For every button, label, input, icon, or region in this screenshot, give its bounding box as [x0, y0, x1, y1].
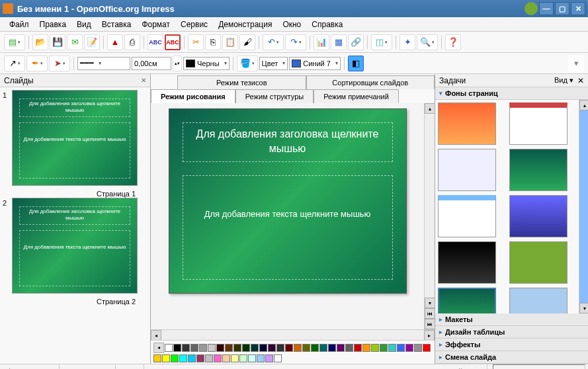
color-swatch[interactable]	[222, 354, 230, 362]
color-swatch[interactable]	[257, 354, 265, 362]
color-swatch[interactable]	[328, 344, 336, 352]
scroll-right-button[interactable]: ▸	[424, 330, 435, 341]
section-layouts[interactable]: Макеты	[435, 313, 588, 326]
scroll-up-button[interactable]: ▴	[425, 103, 435, 114]
color-swatch[interactable]	[423, 344, 431, 352]
slide-thumbnail[interactable]: 2 Для добавления заголовка щелкните мышь…	[3, 198, 147, 294]
menu-file[interactable]: Файл	[4, 19, 34, 30]
color-swatch[interactable]	[216, 344, 224, 352]
slides-panel-close[interactable]: ✕	[141, 77, 146, 84]
color-swatch[interactable]	[214, 354, 222, 362]
new-button[interactable]: ▤	[4, 34, 25, 50]
section-transitions[interactable]: Смена слайда	[435, 351, 588, 364]
color-swatch[interactable]	[285, 344, 293, 352]
template-thumbnail[interactable]	[438, 288, 496, 313]
line-width-spinner[interactable]: ▴▾	[173, 56, 182, 71]
tab-outline[interactable]: Режим структуры	[235, 89, 314, 103]
email-button[interactable]: ✉	[67, 34, 83, 50]
template-thumbnail[interactable]	[509, 241, 567, 284]
tab-sorter[interactable]: Сортировщик слайдов	[306, 75, 435, 89]
close-button[interactable]: ✕	[571, 2, 585, 15]
color-swatch[interactable]	[231, 354, 239, 362]
section-effects[interactable]: Эффекты	[435, 339, 588, 351]
slide-thumbnail[interactable]: 1 Для добавления заголовка щелкните мышь…	[3, 90, 147, 186]
line-width-input[interactable]	[132, 57, 171, 70]
color-swatch[interactable]	[294, 344, 302, 352]
table-button[interactable]: ▦	[331, 34, 347, 50]
line-color-combo[interactable]: Черны	[183, 57, 230, 70]
toolbar-overflow[interactable]: ▾	[568, 56, 584, 71]
color-swatch[interactable]	[345, 344, 353, 352]
color-swatch[interactable]	[162, 354, 170, 362]
color-swatch[interactable]	[380, 344, 388, 352]
format-paintbrush-button[interactable]: 🖌	[239, 34, 255, 50]
color-swatch[interactable]	[188, 354, 196, 362]
undo-button[interactable]: ↶	[263, 34, 284, 50]
color-swatch[interactable]	[274, 354, 282, 362]
color-swatch[interactable]	[276, 344, 284, 352]
menu-view[interactable]: Вид	[71, 19, 97, 30]
color-swatch[interactable]	[405, 344, 413, 352]
color-swatch[interactable]	[196, 354, 204, 362]
navigator-button[interactable]: ✦	[399, 34, 415, 50]
menu-window[interactable]: Окно	[277, 19, 306, 30]
grid-button[interactable]: ◫	[371, 34, 392, 50]
color-swatch[interactable]	[182, 344, 190, 352]
menu-insert[interactable]: Вставка	[97, 19, 137, 30]
tasks-view-menu[interactable]: Вид ▾	[554, 76, 573, 85]
line-style-combo[interactable]: ━━━	[77, 57, 130, 70]
color-swatch[interactable]	[248, 354, 256, 362]
template-thumbnail[interactable]	[509, 102, 567, 145]
fill-bucket[interactable]: 🪣	[237, 56, 258, 71]
vertical-scrollbar[interactable]: ▴ ▾ ⏮ ⏭	[424, 103, 435, 329]
open-button[interactable]: 📂	[32, 34, 48, 50]
autospell-button[interactable]: ABC	[165, 34, 181, 50]
color-swatch[interactable]	[165, 344, 173, 352]
color-swatch[interactable]	[268, 344, 276, 352]
template-thumbnail[interactable]	[438, 241, 496, 284]
color-swatch[interactable]	[259, 344, 267, 352]
template-thumbnail[interactable]	[438, 102, 496, 145]
cut-button[interactable]: ✂	[188, 34, 204, 50]
arrow-tool[interactable]: ↗	[4, 56, 25, 71]
color-swatch[interactable]	[311, 344, 319, 352]
maximize-button[interactable]: ▢	[555, 2, 569, 15]
tab-drawing[interactable]: Режим рисования	[151, 89, 235, 103]
menu-service[interactable]: Сервис	[175, 19, 213, 30]
pointer-tool[interactable]: ➤	[49, 56, 70, 71]
color-swatch[interactable]	[414, 344, 422, 352]
hyperlink-button[interactable]: 🔗	[348, 34, 364, 50]
color-swatch[interactable]	[337, 344, 345, 352]
redo-button[interactable]: ↷	[285, 34, 306, 50]
color-swatch[interactable]	[397, 344, 405, 352]
template-thumbnail[interactable]	[509, 195, 567, 237]
tasks-panel-close[interactable]: ✕	[577, 76, 584, 85]
color-swatch[interactable]	[153, 354, 161, 362]
next-slide-button[interactable]: ⏭	[425, 319, 435, 329]
section-backgrounds[interactable]: Фоны страниц	[435, 87, 588, 100]
color-swatch[interactable]	[239, 354, 247, 362]
scroll-down-button[interactable]: ▾	[425, 298, 435, 308]
paste-button[interactable]: 📋	[222, 34, 238, 50]
color-swatch[interactable]	[354, 344, 362, 352]
color-swatch[interactable]	[302, 344, 310, 352]
pdf-button[interactable]: ▲	[107, 34, 123, 50]
color-swatch[interactable]	[233, 344, 241, 352]
menu-format[interactable]: Формат	[136, 19, 175, 30]
template-thumbnail[interactable]	[438, 195, 496, 237]
horizontal-scrollbar[interactable]: ◂ ▸	[151, 329, 435, 340]
slide-body-placeholder[interactable]: Для добавления текста щелкните мышью	[183, 175, 393, 280]
shadow-button[interactable]: ◧	[348, 56, 364, 71]
color-swatch[interactable]	[205, 354, 213, 362]
edit-file-button[interactable]: 📝	[84, 34, 100, 50]
color-swatch[interactable]	[225, 344, 233, 352]
slide-title-placeholder[interactable]: Для добавления заголовка щелкните мышью	[183, 122, 393, 162]
slide-canvas[interactable]: Для добавления заголовка щелкните мышью …	[169, 108, 407, 294]
save-button[interactable]: 💾	[50, 34, 65, 50]
template-thumbnail[interactable]	[509, 149, 567, 191]
color-swatch[interactable]	[265, 354, 273, 362]
color-swatch[interactable]	[208, 344, 216, 352]
fill-color-combo[interactable]: Синий 7	[289, 57, 341, 70]
menu-edit[interactable]: Правка	[34, 19, 72, 30]
color-swatch[interactable]	[199, 344, 207, 352]
